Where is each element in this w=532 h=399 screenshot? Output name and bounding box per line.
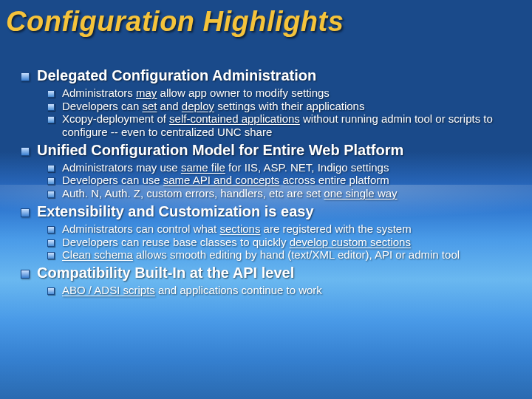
sub-list: ABO / ADSI scripts and applications cont…	[47, 284, 517, 297]
sub-item: Developers can reuse base classes to qui…	[47, 236, 517, 249]
sub-item: Administrators may use same file for IIS…	[47, 161, 517, 174]
slide: Configuration Highlights Delegated Confi…	[0, 0, 532, 399]
bullet-list: Delegated Configuration AdministrationAd…	[21, 66, 517, 297]
section-heading: Extensibility and Customization is easy	[37, 202, 517, 221]
sub-list: Administrators may allow app owner to mo…	[47, 86, 517, 139]
sub-item: Auth. N, Auth. Z, custom errors, handler…	[47, 187, 517, 200]
section-item: Delegated Configuration AdministrationAd…	[21, 66, 517, 139]
sub-item: Developers can set and deploy settings w…	[47, 100, 517, 113]
sub-item: Administrators may allow app owner to mo…	[47, 86, 517, 100]
sub-item: ABO / ADSI scripts and applications cont…	[47, 284, 517, 297]
section-heading: Compatibility Built-In at the API level	[37, 264, 517, 282]
section-item: Unified Configuration Model for Entire W…	[21, 141, 517, 200]
sub-item: Developers can use same API and concepts…	[47, 174, 517, 187]
sub-item: Administrators can control what sections…	[47, 222, 517, 236]
sub-item: Xcopy-deployment of self-contained appli…	[47, 112, 517, 138]
section-item: Compatibility Built-In at the API levelA…	[21, 264, 517, 297]
section-heading: Delegated Configuration Administration	[37, 66, 517, 85]
section-item: Extensibility and Customization is easyA…	[21, 202, 517, 262]
slide-title: Configuration Highlights	[6, 6, 344, 38]
slide-content: Delegated Configuration AdministrationAd…	[21, 66, 517, 299]
sub-list: Administrators may use same file for IIS…	[47, 161, 517, 200]
sub-list: Administrators can control what sections…	[47, 222, 517, 262]
section-heading: Unified Configuration Model for Entire W…	[37, 141, 517, 160]
sub-item: Clean schema allows smooth editing by ha…	[47, 248, 517, 262]
